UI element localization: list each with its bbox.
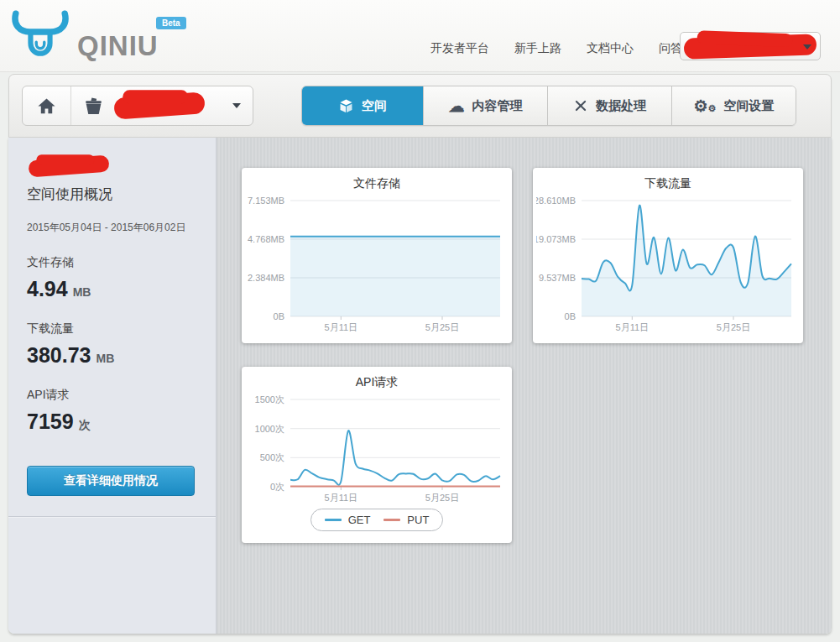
- nav-getting-started[interactable]: 新手上路: [514, 41, 561, 56]
- svg-text:1000次: 1000次: [255, 424, 284, 434]
- svg-text:5月25日: 5月25日: [425, 493, 459, 503]
- content-area: 空间使用概况 2015年05月04日 - 2015年06月02日 文件存储 4.…: [8, 138, 832, 634]
- stat-value: 380.73MB: [27, 343, 197, 368]
- box-icon: [338, 98, 354, 114]
- caret-down-icon: [803, 44, 811, 50]
- stat-unit: MB: [96, 352, 114, 365]
- tab-space-settings[interactable]: ⚙⚙ 空间设置: [671, 86, 796, 125]
- svg-text:5月11日: 5月11日: [325, 322, 358, 332]
- stat-label: 下载流量: [27, 321, 197, 337]
- legend-label: PUT: [407, 514, 429, 526]
- stat-value: 7159次: [27, 410, 197, 434]
- stat-file-storage: 文件存储 4.94MB: [27, 255, 197, 301]
- redaction-username: [684, 34, 817, 59]
- nav-developer-platform[interactable]: 开发者平台: [430, 41, 489, 56]
- svg-text:7.153MB: 7.153MB: [248, 196, 284, 206]
- tab-data-processing[interactable]: 数据处理: [547, 86, 671, 125]
- stat-unit: MB: [73, 285, 91, 299]
- svg-text:0B: 0B: [274, 311, 284, 321]
- bucket-toolbar: 空间 ☁ 内容管理 数据处理 ⚙⚙ 空间设置: [8, 74, 832, 138]
- svg-text:5月25日: 5月25日: [717, 322, 750, 332]
- svg-text:2.384MB: 2.384MB: [248, 273, 284, 283]
- redaction-bucket-name: [113, 91, 206, 119]
- card-api-requests: API请求 0次500次1000次1500次5月11日5月25日 GET PUT: [242, 367, 512, 543]
- date-range: 2015年05月04日 - 2015年06月02日: [27, 221, 197, 235]
- bucket-selector-group: [22, 86, 253, 126]
- svg-text:5月25日: 5月25日: [425, 322, 459, 332]
- api-requests-chart: 0次500次1000次1500次5月11日5月25日: [245, 392, 509, 508]
- header: QINIU Beta 开发者平台 新手上路 文档中心 问答社区: [0, 0, 840, 72]
- user-menu-button[interactable]: [680, 32, 821, 60]
- svg-text:19.073MB: 19.073MB: [536, 234, 576, 244]
- sidebar-heading: 空间使用概况: [27, 185, 197, 204]
- svg-text:9.537MB: 9.537MB: [539, 273, 576, 283]
- put-line-swatch: [383, 519, 400, 521]
- stat-number: 7159: [27, 410, 74, 433]
- svg-text:0B: 0B: [565, 311, 576, 321]
- bucket-selector[interactable]: [71, 86, 253, 125]
- stat-number: 380.73: [27, 343, 91, 367]
- cloud-upload-icon: ☁: [449, 98, 465, 114]
- card-file-storage: 文件存储 0B2.384MB4.768MB7.153MB5月11日5月25日: [242, 168, 512, 343]
- tab-label: 空间: [362, 98, 387, 114]
- charts-panel: 文件存储 0B2.384MB4.768MB7.153MB5月11日5月25日 下…: [217, 138, 832, 634]
- stat-unit: 次: [79, 418, 91, 431]
- caret-down-icon: [232, 103, 241, 108]
- bucket-icon: [83, 96, 104, 117]
- svg-text:500次: 500次: [260, 452, 284, 462]
- svg-text:5月11日: 5月11日: [325, 493, 358, 503]
- section-tabs: 空间 ☁ 内容管理 数据处理 ⚙⚙ 空间设置: [301, 86, 796, 126]
- legend-box: GET PUT: [310, 509, 444, 531]
- chart-title: 下载流量: [533, 168, 803, 193]
- tab-content-management[interactable]: ☁ 内容管理: [423, 86, 547, 125]
- tab-label: 数据处理: [596, 98, 646, 114]
- stat-label: 文件存储: [27, 255, 197, 270]
- legend-label: GET: [348, 514, 371, 526]
- home-icon: [37, 97, 56, 116]
- stat-label: API请求: [27, 388, 197, 403]
- stat-api-requests: API请求 7159次: [27, 388, 197, 434]
- chart-title: 文件存储: [242, 168, 512, 193]
- chart-title: API请求: [242, 367, 512, 392]
- stat-number: 4.94: [27, 277, 68, 300]
- sidebar-divider: [8, 516, 216, 518]
- svg-text:0次: 0次: [270, 482, 284, 492]
- download-traffic-chart: 0B9.537MB19.073MB28.610MB5月11日5月25日: [536, 193, 800, 337]
- svg-text:28.610MB: 28.610MB: [536, 196, 576, 206]
- svg-text:5月11日: 5月11日: [616, 322, 650, 332]
- gear-icon: ⚙⚙: [694, 98, 717, 114]
- nav-docs-center[interactable]: 文档中心: [587, 41, 634, 56]
- home-button[interactable]: [23, 86, 71, 125]
- legend-item-get: GET: [325, 514, 371, 526]
- crossed-tools-icon: [573, 98, 588, 113]
- qiniu-logo[interactable]: QINIU Beta: [12, 10, 196, 64]
- usage-sidebar: 空间使用概况 2015年05月04日 - 2015年06月02日 文件存储 4.…: [8, 138, 217, 634]
- redaction-bucket-title: [28, 155, 109, 178]
- svg-text:4.768MB: 4.768MB: [248, 234, 284, 244]
- brand-name: QINIU: [77, 30, 159, 62]
- bull-logo-icon: [12, 10, 69, 57]
- tab-label: 内容管理: [472, 98, 523, 114]
- view-detail-usage-button[interactable]: 查看详细使用情况: [27, 466, 195, 496]
- top-nav: 开发者平台 新手上路 文档中心 问答社区: [430, 41, 706, 56]
- legend: GET PUT: [242, 509, 512, 531]
- legend-item-put: PUT: [383, 514, 429, 526]
- file-storage-chart: 0B2.384MB4.768MB7.153MB5月11日5月25日: [245, 193, 509, 337]
- qiniu-dashboard: QINIU Beta 开发者平台 新手上路 文档中心 问答社区: [0, 0, 840, 642]
- stat-download-traffic: 下载流量 380.73MB: [27, 321, 197, 368]
- svg-text:1500次: 1500次: [255, 394, 284, 405]
- tab-space[interactable]: 空间: [302, 86, 423, 125]
- stat-value: 4.94MB: [27, 277, 197, 301]
- card-download-traffic: 下载流量 0B9.537MB19.073MB28.610MB5月11日5月25日: [533, 168, 803, 343]
- get-line-swatch: [325, 519, 342, 521]
- tab-label: 空间设置: [723, 98, 774, 114]
- beta-badge: Beta: [156, 17, 186, 29]
